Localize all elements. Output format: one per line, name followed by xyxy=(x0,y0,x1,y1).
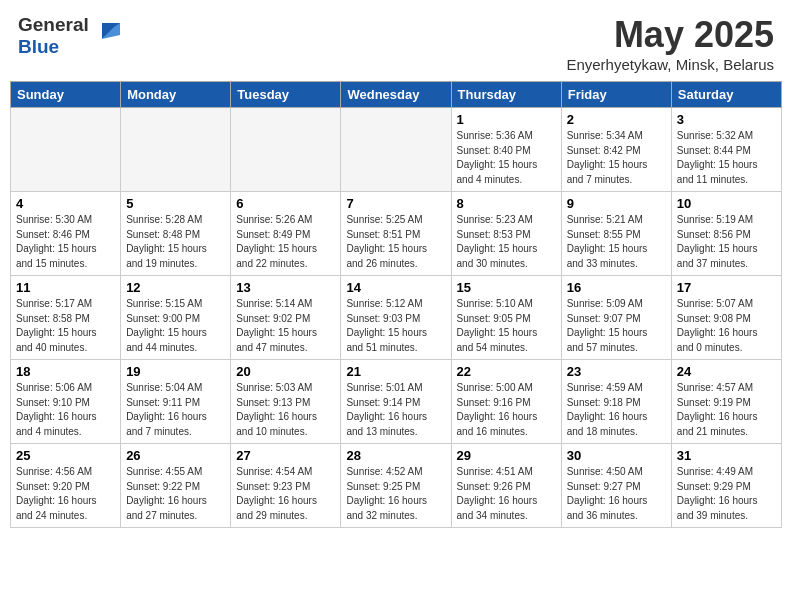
calendar-week-row: 18Sunrise: 5:06 AM Sunset: 9:10 PM Dayli… xyxy=(11,360,782,444)
calendar-day-cell: 4Sunrise: 5:30 AM Sunset: 8:46 PM Daylig… xyxy=(11,192,121,276)
day-number: 13 xyxy=(236,280,335,295)
day-info: Sunrise: 5:09 AM Sunset: 9:07 PM Dayligh… xyxy=(567,297,666,355)
col-wednesday: Wednesday xyxy=(341,82,451,108)
calendar-day-cell: 17Sunrise: 5:07 AM Sunset: 9:08 PM Dayli… xyxy=(671,276,781,360)
day-number: 22 xyxy=(457,364,556,379)
day-number: 23 xyxy=(567,364,666,379)
day-number: 14 xyxy=(346,280,445,295)
day-number: 28 xyxy=(346,448,445,463)
calendar-day-cell: 24Sunrise: 4:57 AM Sunset: 9:19 PM Dayli… xyxy=(671,360,781,444)
calendar-day-cell: 21Sunrise: 5:01 AM Sunset: 9:14 PM Dayli… xyxy=(341,360,451,444)
day-number: 26 xyxy=(126,448,225,463)
calendar-week-row: 25Sunrise: 4:56 AM Sunset: 9:20 PM Dayli… xyxy=(11,444,782,528)
day-info: Sunrise: 5:12 AM Sunset: 9:03 PM Dayligh… xyxy=(346,297,445,355)
day-info: Sunrise: 5:00 AM Sunset: 9:16 PM Dayligh… xyxy=(457,381,556,439)
calendar-day-cell xyxy=(121,108,231,192)
calendar-day-cell: 29Sunrise: 4:51 AM Sunset: 9:26 PM Dayli… xyxy=(451,444,561,528)
day-info: Sunrise: 5:26 AM Sunset: 8:49 PM Dayligh… xyxy=(236,213,335,271)
day-info: Sunrise: 5:23 AM Sunset: 8:53 PM Dayligh… xyxy=(457,213,556,271)
calendar-day-cell: 28Sunrise: 4:52 AM Sunset: 9:25 PM Dayli… xyxy=(341,444,451,528)
calendar-header-row: Sunday Monday Tuesday Wednesday Thursday… xyxy=(11,82,782,108)
calendar-day-cell: 27Sunrise: 4:54 AM Sunset: 9:23 PM Dayli… xyxy=(231,444,341,528)
calendar-day-cell: 7Sunrise: 5:25 AM Sunset: 8:51 PM Daylig… xyxy=(341,192,451,276)
calendar-day-cell: 10Sunrise: 5:19 AM Sunset: 8:56 PM Dayli… xyxy=(671,192,781,276)
day-number: 7 xyxy=(346,196,445,211)
calendar-week-row: 1Sunrise: 5:36 AM Sunset: 8:40 PM Daylig… xyxy=(11,108,782,192)
day-info: Sunrise: 4:57 AM Sunset: 9:19 PM Dayligh… xyxy=(677,381,776,439)
day-info: Sunrise: 4:54 AM Sunset: 9:23 PM Dayligh… xyxy=(236,465,335,523)
day-info: Sunrise: 5:01 AM Sunset: 9:14 PM Dayligh… xyxy=(346,381,445,439)
col-sunday: Sunday xyxy=(11,82,121,108)
day-number: 30 xyxy=(567,448,666,463)
day-info: Sunrise: 5:17 AM Sunset: 8:58 PM Dayligh… xyxy=(16,297,115,355)
day-info: Sunrise: 5:03 AM Sunset: 9:13 PM Dayligh… xyxy=(236,381,335,439)
day-info: Sunrise: 5:30 AM Sunset: 8:46 PM Dayligh… xyxy=(16,213,115,271)
day-number: 24 xyxy=(677,364,776,379)
calendar-day-cell: 8Sunrise: 5:23 AM Sunset: 8:53 PM Daylig… xyxy=(451,192,561,276)
day-number: 12 xyxy=(126,280,225,295)
calendar-day-cell: 3Sunrise: 5:32 AM Sunset: 8:44 PM Daylig… xyxy=(671,108,781,192)
calendar-day-cell: 16Sunrise: 5:09 AM Sunset: 9:07 PM Dayli… xyxy=(561,276,671,360)
day-info: Sunrise: 5:36 AM Sunset: 8:40 PM Dayligh… xyxy=(457,129,556,187)
calendar-day-cell: 23Sunrise: 4:59 AM Sunset: 9:18 PM Dayli… xyxy=(561,360,671,444)
calendar-day-cell: 2Sunrise: 5:34 AM Sunset: 8:42 PM Daylig… xyxy=(561,108,671,192)
day-info: Sunrise: 5:32 AM Sunset: 8:44 PM Dayligh… xyxy=(677,129,776,187)
day-info: Sunrise: 4:49 AM Sunset: 9:29 PM Dayligh… xyxy=(677,465,776,523)
day-number: 19 xyxy=(126,364,225,379)
day-number: 25 xyxy=(16,448,115,463)
day-number: 15 xyxy=(457,280,556,295)
calendar-day-cell: 5Sunrise: 5:28 AM Sunset: 8:48 PM Daylig… xyxy=(121,192,231,276)
day-info: Sunrise: 5:07 AM Sunset: 9:08 PM Dayligh… xyxy=(677,297,776,355)
title-block: May 2025 Enyerhyetykaw, Minsk, Belarus xyxy=(566,14,774,73)
day-info: Sunrise: 5:25 AM Sunset: 8:51 PM Dayligh… xyxy=(346,213,445,271)
calendar-week-row: 4Sunrise: 5:30 AM Sunset: 8:46 PM Daylig… xyxy=(11,192,782,276)
day-info: Sunrise: 5:10 AM Sunset: 9:05 PM Dayligh… xyxy=(457,297,556,355)
day-info: Sunrise: 5:34 AM Sunset: 8:42 PM Dayligh… xyxy=(567,129,666,187)
col-friday: Friday xyxy=(561,82,671,108)
calendar-day-cell: 20Sunrise: 5:03 AM Sunset: 9:13 PM Dayli… xyxy=(231,360,341,444)
calendar-day-cell: 26Sunrise: 4:55 AM Sunset: 9:22 PM Dayli… xyxy=(121,444,231,528)
day-number: 1 xyxy=(457,112,556,127)
col-monday: Monday xyxy=(121,82,231,108)
day-info: Sunrise: 4:50 AM Sunset: 9:27 PM Dayligh… xyxy=(567,465,666,523)
calendar-day-cell: 14Sunrise: 5:12 AM Sunset: 9:03 PM Dayli… xyxy=(341,276,451,360)
day-info: Sunrise: 5:21 AM Sunset: 8:55 PM Dayligh… xyxy=(567,213,666,271)
day-info: Sunrise: 4:55 AM Sunset: 9:22 PM Dayligh… xyxy=(126,465,225,523)
calendar-table: Sunday Monday Tuesday Wednesday Thursday… xyxy=(10,81,782,528)
calendar-day-cell: 31Sunrise: 4:49 AM Sunset: 9:29 PM Dayli… xyxy=(671,444,781,528)
calendar-day-cell: 25Sunrise: 4:56 AM Sunset: 9:20 PM Dayli… xyxy=(11,444,121,528)
day-number: 2 xyxy=(567,112,666,127)
logo-text: General Blue xyxy=(18,14,89,58)
day-info: Sunrise: 5:15 AM Sunset: 9:00 PM Dayligh… xyxy=(126,297,225,355)
calendar-day-cell xyxy=(11,108,121,192)
day-info: Sunrise: 5:14 AM Sunset: 9:02 PM Dayligh… xyxy=(236,297,335,355)
calendar-day-cell: 1Sunrise: 5:36 AM Sunset: 8:40 PM Daylig… xyxy=(451,108,561,192)
day-number: 20 xyxy=(236,364,335,379)
day-number: 3 xyxy=(677,112,776,127)
day-number: 6 xyxy=(236,196,335,211)
calendar-day-cell xyxy=(341,108,451,192)
day-number: 9 xyxy=(567,196,666,211)
calendar-day-cell: 30Sunrise: 4:50 AM Sunset: 9:27 PM Dayli… xyxy=(561,444,671,528)
calendar-day-cell: 11Sunrise: 5:17 AM Sunset: 8:58 PM Dayli… xyxy=(11,276,121,360)
logo-icon xyxy=(94,19,120,49)
col-saturday: Saturday xyxy=(671,82,781,108)
calendar-day-cell: 15Sunrise: 5:10 AM Sunset: 9:05 PM Dayli… xyxy=(451,276,561,360)
day-number: 27 xyxy=(236,448,335,463)
day-number: 18 xyxy=(16,364,115,379)
day-info: Sunrise: 5:28 AM Sunset: 8:48 PM Dayligh… xyxy=(126,213,225,271)
day-number: 16 xyxy=(567,280,666,295)
col-thursday: Thursday xyxy=(451,82,561,108)
day-number: 21 xyxy=(346,364,445,379)
day-number: 29 xyxy=(457,448,556,463)
calendar-wrapper: Sunday Monday Tuesday Wednesday Thursday… xyxy=(0,81,792,536)
calendar-day-cell: 18Sunrise: 5:06 AM Sunset: 9:10 PM Dayli… xyxy=(11,360,121,444)
day-number: 4 xyxy=(16,196,115,211)
calendar-day-cell: 12Sunrise: 5:15 AM Sunset: 9:00 PM Dayli… xyxy=(121,276,231,360)
day-number: 31 xyxy=(677,448,776,463)
calendar-day-cell: 19Sunrise: 5:04 AM Sunset: 9:11 PM Dayli… xyxy=(121,360,231,444)
day-info: Sunrise: 5:04 AM Sunset: 9:11 PM Dayligh… xyxy=(126,381,225,439)
calendar-day-cell: 22Sunrise: 5:00 AM Sunset: 9:16 PM Dayli… xyxy=(451,360,561,444)
calendar-day-cell: 9Sunrise: 5:21 AM Sunset: 8:55 PM Daylig… xyxy=(561,192,671,276)
calendar-day-cell: 13Sunrise: 5:14 AM Sunset: 9:02 PM Dayli… xyxy=(231,276,341,360)
